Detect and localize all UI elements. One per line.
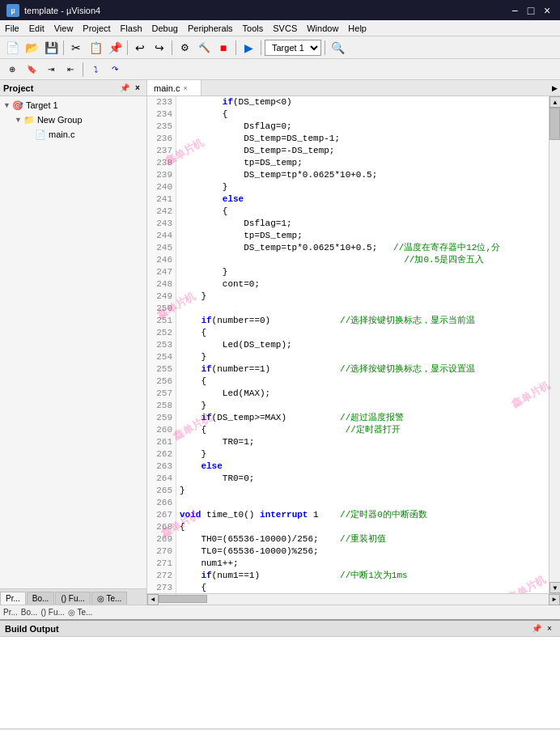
project-panel: Project 📌 × ▼ 🎯 Target 1 ▼ 📁 New Group ▶… [0,80,147,605]
step-btn[interactable]: ⤵ [87,61,104,79]
menu-bar: File Edit View Project Flash Debug Perip… [0,20,560,36]
sep4 [235,40,236,55]
editor-tab-bar: main.c × ▶ [147,80,560,96]
cut-btn[interactable]: ✂ [67,39,85,57]
save-btn[interactable]: 💾 [42,39,60,57]
menu-peripherals[interactable]: Peripherals [183,20,238,36]
hscroll-track [159,594,549,605]
stop-btn[interactable]: ■ [214,39,232,57]
menu-project[interactable]: Project [78,20,115,36]
vscroll-thumb[interactable] [549,108,560,140]
window-title: template - µVision4 [24,6,508,15]
project-panel-header: Project 📌 × [0,80,146,96]
redo-btn[interactable]: ↪ [151,39,168,57]
editor-tab-main-c[interactable]: main.c × [147,80,202,95]
build-close[interactable]: × [544,623,555,635]
tree-target1[interactable]: ▼ 🎯 Target 1 [2,98,145,112]
toolbar-main: 📄 📂 💾 ✂ 📋 📌 ↩ ↪ ⚙ 🔨 ■ ▶ Target 1 🔍 [0,36,560,59]
status-text: Pr... [3,608,18,617]
bookmark-btn[interactable]: 🔖 [23,61,40,79]
tab-books[interactable]: Bo... [27,592,55,605]
app-icon: µ [6,4,19,17]
hscroll-left[interactable]: ◄ [147,594,159,605]
sep7 [83,62,83,77]
debug-btn[interactable]: ▶ [240,39,257,57]
maximize-button[interactable]: □ [524,4,537,17]
expand-arrow: ▼ [3,101,11,109]
group-label: New Group [37,115,83,125]
step-over-btn[interactable]: ↷ [106,61,124,79]
status-templ: ◎ Te... [68,608,93,617]
editor-tab-label: main.c [154,83,180,93]
sep5 [261,40,261,55]
code-content[interactable]: if(DS_temp<0) { Dsflag=0; DS_temp=DS_tem… [176,96,549,593]
build-output: Build Output 📌 × [0,619,560,728]
vscroll-spacer: ▲ ▼ [549,96,560,593]
target-label: Target 1 [26,100,58,110]
main-content: Project 📌 × ▼ 🎯 Target 1 ▼ 📁 New Group ▶… [0,80,560,605]
paste-btn[interactable]: 📌 [106,39,124,57]
menu-flash[interactable]: Flash [116,20,147,36]
group-icon: 📁 [23,115,35,125]
editor-area: main.c × ▶ 23323423523623723823924024124… [147,80,560,605]
tab-project[interactable]: Pr... [0,592,26,605]
build-header-controls: 📌 × [531,623,555,635]
vscroll-track [549,108,560,582]
title-bar: µ template - µVision4 − □ × [0,0,560,20]
indent-btn[interactable]: ⇥ [42,61,60,79]
outdent-btn[interactable]: ⇤ [62,61,79,79]
toolbar-secondary: ⊕ 🔖 ⇥ ⇤ ⤵ ↷ [0,59,560,80]
tab-scroll-right[interactable]: ▶ [549,83,560,94]
pin-icon[interactable]: 📌 [119,83,130,94]
menu-view[interactable]: View [49,20,78,36]
project-panel-title: Project [3,83,33,93]
search-btn[interactable]: 🔍 [329,39,346,57]
tab-functions[interactable]: () Fu... [55,592,90,605]
insert-btn[interactable]: ⊕ [3,61,21,79]
hscroll-right[interactable]: ► [549,594,560,605]
tree-new-group[interactable]: ▼ 📁 New Group [2,112,145,127]
build-title: Build Output [5,624,59,634]
line-numbers: 2332342352362372382392402412422432442452… [147,96,176,593]
sep2 [127,40,128,55]
open-btn[interactable]: 📂 [23,39,40,57]
build-content [0,637,560,728]
close-panel-icon[interactable]: × [132,83,143,94]
sep1 [63,40,64,55]
vscroll-down[interactable]: ▼ [549,582,560,593]
menu-tools[interactable]: Tools [238,20,269,36]
tree-main-c[interactable]: ▶ 📄 main.c [2,127,145,142]
menu-window[interactable]: Window [302,20,343,36]
build-header: Build Output 📌 × [0,621,560,637]
panel-tabs: Pr... Bo... () Fu... ◎ Te... [0,588,146,605]
copy-btn[interactable]: 📋 [87,39,104,57]
sep6 [325,40,325,55]
target-select[interactable]: Target 1 [265,40,321,56]
h-scrollbar: ◄ ► [147,593,560,605]
group-arrow: ▼ [15,116,22,124]
hscroll-thumb[interactable] [159,595,207,603]
build-pin[interactable]: 📌 [531,623,542,635]
status-books: Bo... [21,608,38,617]
code-area[interactable]: 2332342352362372382392402412422432442452… [147,96,560,593]
new-file-btn[interactable]: 📄 [3,39,21,57]
menu-help[interactable]: Help [343,20,371,36]
menu-svcs[interactable]: SVCS [268,20,302,36]
menu-edit[interactable]: Edit [24,20,49,36]
undo-btn[interactable]: ↩ [131,39,149,57]
rebuild-btn[interactable]: 🔨 [195,39,213,57]
file-label: main.c [49,129,74,139]
file-arrow: ▶ [28,130,33,138]
status-bar: Pr... Bo... () Fu... ◎ Te... [0,605,560,619]
close-button[interactable]: × [541,4,554,17]
menu-debug[interactable]: Debug [147,20,183,36]
menu-file[interactable]: File [0,20,24,36]
build-btn[interactable]: ⚙ [176,39,193,57]
vscroll-up[interactable]: ▲ [549,96,560,108]
panel-header-icons: 📌 × [119,83,143,94]
status-func: () Fu... [40,608,64,617]
close-tab-icon[interactable]: × [183,84,187,92]
tab-templates[interactable]: ◎ Te... [91,592,128,605]
sep3 [172,40,172,55]
minimize-button[interactable]: − [508,4,521,17]
